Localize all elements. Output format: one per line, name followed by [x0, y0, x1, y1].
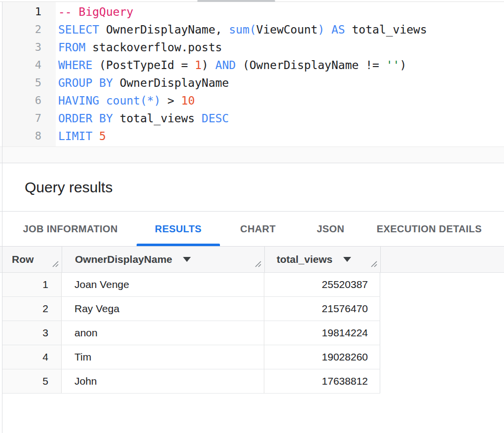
column-header-row: Row — [0, 247, 62, 272]
column-header-total_views: total_views — [264, 247, 380, 272]
results-tab-bar: JOB INFORMATIONRESULTSCHARTJSONEXECUTION… — [0, 211, 504, 247]
code-line[interactable]: HAVING count(*) > 10 — [58, 92, 504, 109]
query-results-section: Query results — [0, 163, 504, 211]
sql-token-plain: (OwnerDisplayName != — [236, 59, 386, 72]
column-dropdown-icon[interactable] — [183, 257, 191, 262]
sql-token-plain: (PostTypeId = — [92, 59, 195, 72]
line-number: 3 — [2, 38, 41, 56]
cell-owner-display-name: John — [62, 369, 264, 393]
line-number: 2 — [2, 21, 41, 38]
table-row: 5John17638812 — [2, 369, 380, 394]
code-line[interactable]: LIMIT 5 — [58, 127, 504, 145]
sql-token-plain: > — [161, 94, 181, 107]
sql-token-kw: LIMIT — [58, 130, 92, 143]
cell-row-number: 1 — [2, 273, 62, 296]
line-number: 6 — [2, 92, 41, 109]
cell-row-number: 3 — [2, 321, 62, 345]
sql-token-kw: DESC — [202, 112, 229, 125]
table-row: 1Joan Venge25520387 — [2, 273, 380, 297]
editor-code[interactable]: -- BigQuerySELECT OwnerDisplayName, sum(… — [58, 2, 504, 145]
sql-token-num: 1 — [195, 59, 202, 72]
line-number: 5 — [2, 74, 41, 92]
line-number: 8 — [2, 127, 41, 145]
tab-execution-details[interactable]: EXECUTION DETAILS — [375, 212, 494, 246]
column-dropdown-icon[interactable] — [343, 257, 351, 262]
code-line[interactable]: -- BigQuery — [58, 3, 504, 21]
query-results-title: Query results — [25, 179, 112, 196]
panel-left-border — [2, 1, 2, 433]
tab-label: JOB INFORMATION — [23, 223, 118, 235]
cell-owner-display-name: anon — [62, 321, 264, 345]
sql-token-kw: SELECT — [58, 23, 99, 36]
sql-token-kw: WHERE — [58, 59, 92, 72]
active-tab-underline — [137, 244, 219, 246]
sql-token-num: 10 — [181, 94, 195, 107]
sql-token-kw: HAVING — [58, 94, 99, 107]
table-row: 2Ray Vega21576470 — [2, 297, 380, 321]
cell-total-views: 25520387 — [264, 273, 380, 296]
sql-token-kw: FROM — [58, 41, 85, 54]
cell-owner-display-name: Ray Vega — [62, 297, 264, 321]
results-table: RowOwnerDisplayNametotal_views 1Joan Ven… — [0, 247, 504, 394]
sql-token-kw: AS — [331, 23, 345, 36]
tab-chart[interactable]: CHART — [230, 212, 287, 246]
column-header-filler — [380, 247, 504, 272]
line-number: 7 — [2, 109, 41, 127]
code-line[interactable]: FROM stackoverflow.posts — [58, 38, 504, 56]
table-row: 4Tim19028260 — [2, 345, 380, 369]
editor-gutter: 12345678 — [2, 2, 56, 146]
sql-token-fn: ) — [318, 23, 324, 36]
sql-editor[interactable]: 12345678 -- BigQuerySELECT OwnerDisplayN… — [0, 0, 504, 163]
sql-token-kw: GROUP BY — [58, 76, 113, 89]
sql-token-plain: ViewCount — [256, 23, 318, 36]
sql-token-plain — [324, 23, 331, 36]
line-number: 1 — [2, 3, 41, 21]
cell-total-views: 19814224 — [264, 321, 380, 345]
sql-token-num: 5 — [99, 130, 106, 143]
editor-footer-strip — [0, 146, 504, 163]
column-resize-handle[interactable] — [51, 258, 59, 270]
column-resize-handle[interactable] — [254, 258, 262, 270]
tab-results[interactable]: RESULTS — [137, 212, 219, 246]
tab-label: JSON — [317, 223, 344, 235]
resize-grip-icon — [51, 260, 59, 268]
sql-token-plain: total_views — [113, 112, 202, 125]
code-line[interactable]: WHERE (PostTypeId = 1) AND (OwnerDisplay… — [58, 56, 504, 74]
cell-owner-display-name: Joan Venge — [62, 273, 264, 296]
column-header-ownerdisplayname: OwnerDisplayName — [62, 247, 264, 272]
sql-token-fn: sum( — [229, 23, 256, 36]
cell-row-number: 5 — [2, 369, 62, 393]
cell-total-views: 21576470 — [264, 297, 380, 321]
sql-token-kw: AND — [216, 59, 236, 72]
sql-token-plain: stackoverflow.posts — [85, 41, 222, 54]
sql-token-comment: -- BigQuery — [58, 5, 133, 18]
code-line[interactable]: SELECT OwnerDisplayName, sum(ViewCount) … — [58, 21, 504, 38]
sql-token-plain: ) — [202, 59, 216, 72]
tab-label: RESULTS — [155, 223, 202, 235]
code-line[interactable]: GROUP BY OwnerDisplayName — [58, 74, 504, 92]
cell-owner-display-name: Tim — [62, 345, 264, 369]
tab-label: CHART — [240, 223, 276, 235]
column-resize-handle[interactable] — [370, 258, 378, 270]
table-header-row: RowOwnerDisplayNametotal_views — [0, 247, 504, 273]
tab-label: EXECUTION DETAILS — [377, 223, 482, 235]
tab-json[interactable]: JSON — [296, 212, 365, 246]
cell-row-number: 4 — [2, 345, 62, 369]
table-row: 3anon19814224 — [2, 321, 380, 345]
sql-token-plain: total_views — [345, 23, 427, 36]
sql-token-plain: OwnerDisplayName — [113, 76, 229, 89]
code-line[interactable]: ORDER BY total_views DESC — [58, 109, 504, 127]
line-number: 4 — [2, 56, 41, 74]
column-label: total_views — [277, 253, 332, 265]
cell-total-views: 17638812 — [264, 369, 380, 393]
cell-row-number: 2 — [2, 297, 62, 321]
column-label: Row — [12, 253, 34, 265]
sql-token-fn: count(*) — [106, 94, 161, 107]
resize-grip-icon — [254, 260, 262, 268]
sql-token-plain: ) — [399, 59, 406, 72]
sql-token-str: '' — [386, 59, 400, 72]
resize-grip-icon — [370, 260, 378, 268]
sql-token-plain: OwnerDisplayName, — [99, 23, 229, 36]
cell-total-views: 19028260 — [264, 345, 380, 369]
tab-job-information[interactable]: JOB INFORMATION — [14, 212, 127, 246]
